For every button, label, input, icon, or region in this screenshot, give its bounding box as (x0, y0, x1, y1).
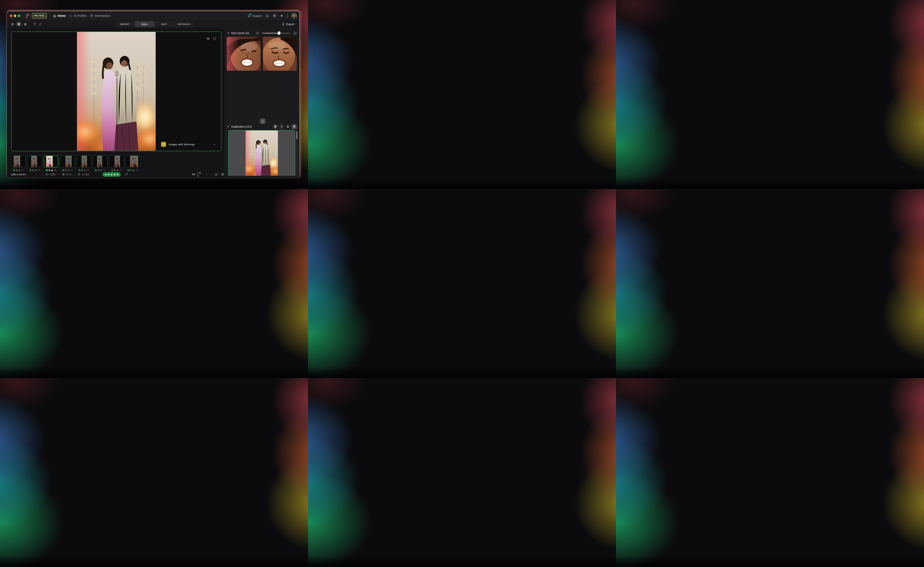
zoom-level[interactable]: 100 % (197, 171, 204, 177)
dup-list-view-button[interactable] (291, 124, 297, 129)
grid-view-icon (11, 23, 14, 26)
chevron-down-icon[interactable] (213, 143, 216, 146)
duplicates-scrollbar[interactable] (296, 131, 298, 176)
filmstrip-item[interactable]: 5★ (44, 155, 58, 171)
filmstrip-item[interactable]: 5★ (93, 155, 107, 171)
fit-label[interactable]: Fit (192, 173, 195, 176)
filmstrip-thumb[interactable] (60, 155, 75, 167)
dup-cycle-button[interactable] (279, 124, 284, 129)
warnings-bar[interactable]: Images with Warnings (161, 142, 216, 147)
filmstrip: 5★5★5★5★5★5★5★5★ (11, 155, 140, 171)
warning-octagon-icon (162, 143, 165, 146)
filmstrip-thumb[interactable] (93, 155, 107, 167)
nav-home-label: Home (58, 14, 66, 17)
scrollbar-thumb[interactable] (296, 131, 297, 139)
layout-large-top-icon (274, 125, 277, 128)
status-divider (211, 173, 211, 176)
tab-import[interactable]: IMPORT (115, 21, 135, 27)
pill-star-icon: ★ (116, 173, 118, 176)
eye-preview-icon[interactable] (206, 37, 210, 41)
filmstrip-item[interactable]: 5★ (109, 155, 124, 171)
minimize-window-button[interactable] (14, 15, 16, 17)
storefront-icon (90, 14, 93, 18)
flag-button[interactable] (125, 173, 128, 176)
filmstrip-item[interactable]: 5★ (76, 155, 91, 171)
pill-star-icon: ★ (110, 173, 113, 176)
tab-cull[interactable]: CULL (135, 21, 154, 27)
duplicates-title: Duplicates (112) (231, 125, 252, 128)
tutorials-button[interactable] (266, 14, 269, 18)
duplicates-header: Duplicates (112) (227, 123, 297, 129)
workspace-toolbar: IMPORT CULL EDIT RETOUCH Export (7, 20, 299, 28)
stack-icon (78, 173, 80, 176)
home-icon (53, 14, 56, 18)
pill-star-icon: ★ (108, 173, 110, 176)
ai-wand-icon (69, 14, 72, 18)
single-view-button[interactable] (16, 21, 21, 27)
sort-button[interactable] (38, 21, 43, 27)
boost-button[interactable] (280, 14, 283, 18)
topbar-actions: Support (248, 14, 297, 18)
smiley-toggle[interactable] (293, 32, 297, 35)
filmstrip-item[interactable]: 5★ (27, 155, 42, 171)
nav-ai-profiles[interactable]: AI Profiles (69, 14, 87, 18)
shortcuts-button[interactable] (221, 173, 224, 176)
warnings-label: Images with Warnings (169, 143, 195, 146)
dup-layout-large-top-button[interactable] (273, 124, 278, 129)
single-view-icon (17, 23, 21, 26)
keyboard-icon (221, 173, 224, 176)
dup-grid-view-button[interactable] (285, 124, 291, 129)
support-label: Support (252, 14, 262, 17)
warning-badge (161, 142, 166, 147)
compare-view-button[interactable] (22, 21, 28, 27)
zoom-window-button[interactable] (18, 15, 20, 17)
main-nav: Home AI Profiles Marketplace (53, 14, 110, 18)
filmstrip-thumb[interactable] (27, 155, 42, 167)
user-avatar[interactable] (292, 14, 297, 18)
filmstrip-thumb[interactable] (11, 155, 26, 167)
duplicate-thumb-selected[interactable] (228, 130, 295, 176)
grid-view-button[interactable] (10, 21, 15, 27)
filter-button[interactable] (32, 21, 38, 27)
key-face-thumb-1[interactable] (227, 37, 261, 71)
image-viewer[interactable]: Images with Warnings (11, 32, 221, 151)
filmstrip-item[interactable]: 5★ (11, 155, 26, 171)
support-notification-dot (250, 14, 252, 15)
filmstrip-thumb[interactable] (44, 155, 58, 167)
nav-marketplace-label: Marketplace (94, 14, 110, 17)
tab-retouch[interactable]: RETOUCH (174, 21, 194, 27)
close-window-button[interactable] (10, 15, 12, 17)
filmstrip-thumb[interactable] (126, 155, 140, 167)
nav-marketplace[interactable]: Marketplace (90, 14, 110, 18)
support-button[interactable]: Support (248, 14, 262, 18)
selected-photo (77, 32, 156, 151)
face-size-slider[interactable] (262, 31, 291, 35)
flag-icon (125, 173, 128, 176)
settings-button[interactable] (273, 14, 276, 18)
filmstrip-item[interactable]: 5★ (126, 155, 140, 171)
duplicates-view-buttons (273, 124, 297, 129)
view-toggles (10, 21, 28, 27)
collapse-triangle-icon[interactable] (227, 126, 229, 127)
tab-edit[interactable]: EDIT (154, 21, 174, 27)
zoom-chevron-icon[interactable] (205, 173, 208, 176)
filmstrip-item[interactable]: 5★ (60, 155, 75, 171)
traffic-lights (10, 15, 20, 17)
filmstrip-thumb[interactable] (76, 155, 91, 167)
slider-knob[interactable] (278, 31, 280, 35)
face-crop-icon[interactable] (256, 32, 259, 35)
more-menu-button[interactable] (287, 14, 288, 18)
collapse-triangle-icon[interactable] (227, 33, 229, 34)
chevron-down-icon (261, 122, 264, 123)
export-label: Export (286, 23, 294, 26)
fullscreen-icon[interactable] (213, 37, 216, 41)
rating-pill[interactable]: ★★★★★ (102, 172, 121, 177)
export-button[interactable]: Export (282, 23, 297, 26)
filmstrip-thumb[interactable] (109, 155, 124, 167)
key-face-thumb-2[interactable] (263, 37, 297, 71)
image-icon (46, 173, 49, 176)
nav-home[interactable]: Home (53, 14, 66, 18)
info-button[interactable] (214, 173, 218, 176)
workflow-tabs: IMPORT CULL EDIT RETOUCH (115, 21, 194, 27)
panel-resize-handle[interactable] (260, 118, 266, 124)
